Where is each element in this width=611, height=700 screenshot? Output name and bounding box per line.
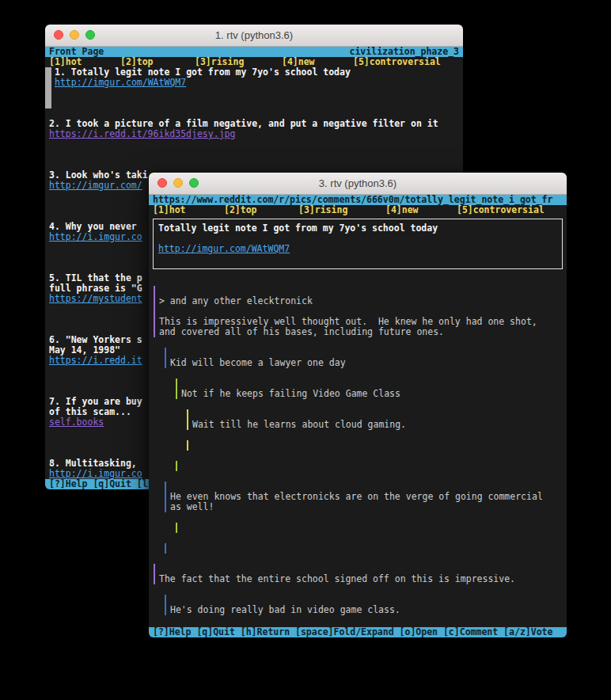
tab-new[interactable]: [4]new [282, 57, 315, 67]
post-byline: swingingfloob/r/mildlyinteresting [45, 150, 463, 160]
comment-header: kdoodlethug• 2754 pts 2hr [170, 595, 567, 605]
post-stats: 21745 pts•5hr - 1075 comments☉ [45, 88, 463, 98]
post-score: 3076 pts [104, 375, 147, 376]
more-comments[interactable]: More comments[3] [176, 461, 567, 471]
post-link[interactable]: http://imgur.com/ [49, 181, 142, 191]
comment-ihaetypos[interactable]: IHaeTypos• 6666 pts 4hr The fact that th… [154, 564, 567, 584]
tab-bar: [1]hot [2]top [3]rising [4]new [5]contro… [45, 57, 463, 67]
post-link[interactable]: https://i.redd.it/96ikd35djesy.jpg [49, 129, 235, 139]
submission-title: Totally legit note I got from my 7yo's s… [158, 223, 557, 234]
tab-hot[interactable]: [1]hot [49, 57, 82, 67]
comment-dmitryo[interactable]: dmitryo• - pts 11min Wait till he learns… [187, 409, 567, 430]
tab-hot[interactable]: [1]hot [153, 205, 186, 215]
comment-body-line: He's doing really bad in video game clas… [170, 605, 567, 615]
post-link[interactable]: http://i.imgur.co [49, 469, 142, 479]
comment-header: IHaeTypos• 6666 pts 4hr [159, 564, 567, 574]
comment-body-line: The fact that the entire school signed o… [159, 574, 567, 584]
comment-body-line: as well! [170, 502, 567, 512]
submission-age-subreddit: 5hr pics [383, 243, 427, 244]
more-comments-label: More comments [236, 532, 307, 533]
submission-byline: EclecticBlue[picture of text]5hr pics [158, 234, 557, 244]
zoom-button[interactable] [85, 30, 95, 40]
tab-new[interactable]: [4]new [385, 205, 419, 215]
close-button[interactable] [54, 30, 63, 40]
comment-body-line: He even knows that electronicks are on t… [170, 492, 567, 502]
tab-top[interactable]: [2]top [224, 205, 257, 215]
submission-comment-count: 1155 comments [279, 264, 351, 264]
minimize-button[interactable] [70, 30, 79, 40]
page-title: Front Page [49, 47, 104, 57]
post-author: EclecticBlue [109, 108, 175, 108]
comment-header: CrashMclars3• - pts 55min [170, 481, 567, 492]
comment-body-line: This is impressively well thought out. H… [159, 317, 567, 327]
more-comments-count: [10] [302, 553, 324, 554]
post-link[interactable]: https://i.redd.it [49, 356, 142, 366]
submission-stats: 23771 pts•1155 comments☉ [158, 254, 557, 264]
post-author: blaQriot [104, 211, 147, 211]
submission-link[interactable]: http://imgur.com/WAtWQM7 [158, 244, 290, 254]
post-flair: [picture of text] [225, 108, 318, 108]
comment-header: flurbinator• 1096 pts 4hr [159, 286, 567, 296]
post-item-1[interactable]: 1. Totally legit note I got from my 7yo'… [45, 67, 463, 108]
submission-flair: [picture of text] [284, 243, 378, 244]
more-comments[interactable]: More comments[3] [187, 440, 567, 451]
more-comments-count: [1] [313, 532, 329, 533]
post-link[interactable]: self.books [49, 417, 104, 428]
window-titlebar[interactable]: 3. rtv (python3.6) [149, 173, 567, 195]
post-score: 21745 pts [109, 97, 158, 98]
comment-crashmclars3[interactable]: CrashMclars3• - pts 55min He even knows … [165, 481, 567, 512]
comment-header: AnotherFilthyCashew• - pts 21min [181, 379, 567, 389]
gilded-icon: ☉ [356, 264, 362, 264]
tab-controversial[interactable]: [5]controversial [457, 205, 545, 215]
comment-kdoodlethug[interactable]: kdoodlethug• 2754 pts 2hr He's doing rea… [165, 595, 567, 615]
post-link[interactable]: http://i.imgur.co [49, 232, 142, 242]
comment-flurbinator[interactable]: flurbinator• 1096 pts 4hr > and any othe… [154, 286, 567, 337]
comment-dementperson[interactable]: dementperson• - pts 44min Kid will becom… [165, 348, 567, 368]
post-author: jbomb6 [104, 447, 137, 448]
submission-box[interactable]: Totally legit note I got from my 7yo's s… [153, 219, 563, 269]
window-title: 3. rtv (python3.6) [319, 177, 397, 189]
post-score: 20872 pts [104, 252, 153, 253]
comment-anotherfilthycashew[interactable]: AnotherFilthyCashew• - pts 21min Not if … [176, 379, 567, 399]
post-meta: 5hr - 1075 comments [176, 97, 280, 98]
post-score: 30082 pts [104, 149, 153, 150]
bullet-separator: • [159, 149, 165, 150]
selection-cursor [45, 67, 51, 108]
page-header-bar: Front Page civilization_phaze_3 [45, 47, 463, 57]
post-byline: EclecticBlue/r/pics[picture of text] [45, 98, 463, 108]
post-meta: 5hr - 726 comments [170, 149, 269, 150]
url-bar: https://www.reddit.com/r/pics/comments/6… [149, 195, 567, 205]
comment-body-line: Not if he keeps failing Video Game Class [181, 389, 567, 399]
tab-controversial[interactable]: [5]controversial [353, 57, 441, 67]
window-titlebar[interactable]: 1. rtv (python3.6) [45, 25, 463, 47]
desktop: 1. rtv (python3.6) Front Page civilizati… [0, 0, 611, 700]
terminal-window-comments[interactable]: 3. rtv (python3.6) https://www.reddit.co… [149, 173, 567, 637]
post-title: 1. Totally legit note I got from my 7yo'… [45, 67, 463, 78]
post-link[interactable]: https://mystudent [49, 294, 142, 304]
bullet-separator: • [268, 264, 274, 264]
more-comments-count: [3] [324, 450, 340, 451]
submission-score: 23771 pts [213, 264, 262, 264]
post-author: swingingfloob [104, 159, 175, 160]
zoom-button[interactable] [189, 178, 199, 188]
comment-body-line: > and any other elecktronick [159, 296, 567, 306]
tab-top[interactable]: [2]top [120, 57, 154, 67]
close-button[interactable] [157, 178, 167, 188]
post-score: 9293 pts [104, 437, 147, 438]
post-subreddit: /r/pics [180, 108, 218, 108]
more-comments[interactable]: More comments[1] [176, 523, 567, 533]
post-item-2[interactable]: 2. I took a picture of a film negative, … [45, 119, 463, 160]
more-comments-count: [3] [313, 470, 329, 471]
more-comments[interactable]: More comments[10] [165, 543, 567, 554]
minimize-button[interactable] [173, 178, 183, 188]
post-score: 40985 pts [104, 200, 153, 201]
tab-bar: [1]hot [2]top [3]rising [4]new [5]contro… [149, 205, 567, 215]
tab-rising[interactable]: [3]rising [298, 205, 347, 215]
bullet-separator: • [165, 97, 170, 98]
post-link[interactable]: http://imgur.com/WAtWQM7 [55, 78, 186, 88]
window-title: 1. rtv (python3.6) [215, 29, 293, 41]
status-bar: [?]Help [q]Quit [h]Return [space]Fold/Ex… [149, 627, 567, 637]
comment-body-line [159, 306, 567, 317]
tab-rising[interactable]: [3]rising [195, 57, 244, 67]
post-author: SirTimaey [104, 386, 153, 386]
